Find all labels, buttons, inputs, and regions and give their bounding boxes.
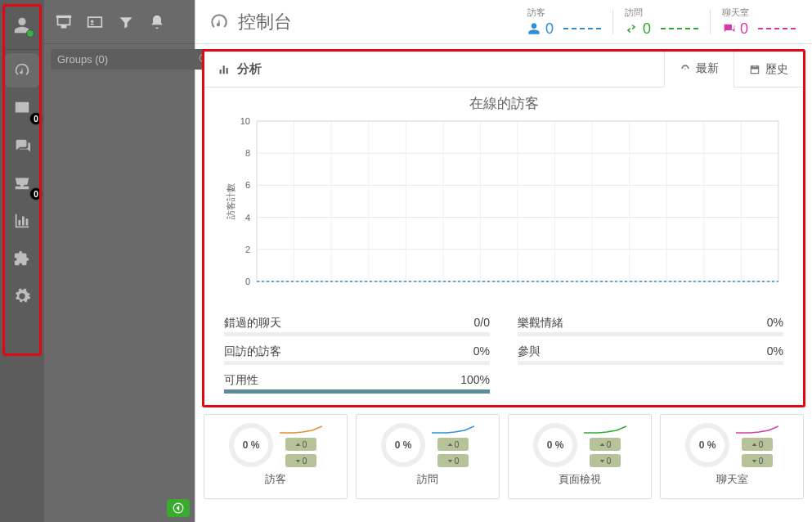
status-online-dot xyxy=(26,29,34,38)
metric-sentiment: 樂觀情緒0% xyxy=(518,316,783,336)
divider xyxy=(710,10,711,34)
metric-value: 0% xyxy=(767,344,783,359)
caret-down-icon xyxy=(751,458,757,464)
metric-label: 可用性 xyxy=(224,373,258,388)
nav-chats[interactable] xyxy=(5,128,39,163)
card-label: 訪客 xyxy=(265,472,286,487)
metric-visits: 訪問 0 xyxy=(621,7,702,38)
bar-chart-icon xyxy=(13,212,31,230)
trend-down-pill: 0 xyxy=(285,454,316,467)
nav-inbox[interactable]: 0 xyxy=(5,166,39,200)
groups-search-input[interactable] xyxy=(51,49,214,70)
metric-availability: 可用性100% xyxy=(224,373,490,394)
gauge: 0 % xyxy=(685,423,729,467)
left-nav-rail: 0 0 xyxy=(0,0,44,522)
nav-dashboard[interactable] xyxy=(5,53,39,88)
trend-up-pill: 0 xyxy=(285,438,316,451)
metric-label: 回訪的訪客 xyxy=(224,344,281,359)
gauge: 0 % xyxy=(381,423,425,467)
gear-icon xyxy=(13,287,31,305)
divider xyxy=(612,10,613,34)
svg-point-0 xyxy=(91,20,93,22)
analysis-title: 分析 xyxy=(204,52,664,87)
trend-up-pill: 0 xyxy=(437,438,469,451)
metric-engagement: 參與0% xyxy=(518,344,783,365)
top-metrics: 訪客 0 訪問 0 聊天室 xyxy=(524,7,799,38)
analysis-title-text: 分析 xyxy=(237,61,262,77)
summary-card[interactable]: 0 % 0 0 訪問 xyxy=(356,414,500,499)
metric-missed-chat: 錯過的聊天0/0 xyxy=(224,316,490,336)
metric-visits-label: 訪問 xyxy=(625,7,643,19)
svg-text:2: 2 xyxy=(245,245,250,254)
metric-visitors-value: 0 xyxy=(545,20,554,38)
metric-returning: 回訪的訪客0% xyxy=(224,344,490,365)
metric-visitors-label: 訪客 xyxy=(527,7,545,19)
nav-profile[interactable] xyxy=(5,8,39,43)
sparkline xyxy=(736,423,778,434)
metric-chats: 聊天室 0 xyxy=(719,7,799,38)
exchange-icon xyxy=(625,22,638,35)
tab-history-label: 歷史 xyxy=(765,62,788,77)
sparkline-placeholder xyxy=(563,28,601,29)
metric-label: 樂觀情緒 xyxy=(518,316,563,331)
id-card-icon[interactable] xyxy=(87,14,103,30)
gauge: 0 % xyxy=(533,423,577,467)
card-label: 頁面檢視 xyxy=(559,472,601,487)
tab-latest-label: 最新 xyxy=(696,61,719,76)
caret-up-icon xyxy=(447,442,453,448)
sparkline-placeholder xyxy=(758,28,796,29)
analysis-tabs: 最新 歷史 xyxy=(664,52,803,87)
metric-label: 錯過的聊天 xyxy=(224,316,281,331)
user-icon xyxy=(527,22,541,35)
main-area: 控制台 訪客 0 訪問 0 xyxy=(195,0,812,522)
gauge: 0 % xyxy=(229,423,273,467)
puzzle-icon xyxy=(13,250,31,268)
tab-history[interactable]: 歷史 xyxy=(733,52,803,87)
bell-icon[interactable] xyxy=(149,14,165,30)
summary-card[interactable]: 0 % 0 0 頁面檢視 xyxy=(508,414,652,499)
card-label: 訪問 xyxy=(417,472,438,487)
topbar: 控制台 訪客 0 訪問 0 xyxy=(195,0,812,44)
filter-icon[interactable] xyxy=(118,14,134,30)
metric-value: 0/0 xyxy=(474,316,490,331)
chart-image-icon xyxy=(13,99,31,117)
calendar-icon xyxy=(749,64,760,75)
sparkline xyxy=(280,423,322,434)
groups-search-row xyxy=(44,44,195,74)
content: 分析 最新 歷史 在線的訪客 0246810訪客計數 xyxy=(195,44,812,522)
caret-up-icon xyxy=(599,442,605,448)
svg-text:10: 10 xyxy=(240,116,250,126)
nav-plugins[interactable] xyxy=(5,241,39,276)
inbox-icon xyxy=(13,174,31,192)
page-title: 控制台 xyxy=(238,10,292,34)
sparkline-placeholder xyxy=(661,28,698,29)
monitor-icon[interactable] xyxy=(56,14,72,30)
trend-up-pill: 0 xyxy=(590,438,621,451)
tab-latest[interactable]: 最新 xyxy=(664,52,733,88)
chat-icon xyxy=(722,22,735,35)
caret-up-icon xyxy=(295,442,301,448)
summary-card[interactable]: 0 % 0 0 聊天室 xyxy=(660,414,804,499)
analysis-panel-header: 分析 最新 歷史 xyxy=(204,52,803,88)
chart-title: 在線的訪客 xyxy=(224,94,783,113)
svg-text:0: 0 xyxy=(245,277,250,286)
nav-reports[interactable] xyxy=(5,204,39,238)
analysis-metrics: 錯過的聊天0/0 樂觀情緒0% 回訪的訪客0% 參與0% 可用性100% xyxy=(204,311,803,405)
sparkline xyxy=(432,423,474,434)
metric-visitors: 訪客 0 xyxy=(524,7,604,38)
caret-down-icon xyxy=(447,458,453,464)
chat-bubbles-icon xyxy=(13,137,31,155)
nav-analytics-badge: 0 xyxy=(29,112,43,125)
nav-settings[interactable] xyxy=(5,279,39,313)
collapse-panel-button[interactable] xyxy=(167,499,190,517)
nav-analytics[interactable]: 0 xyxy=(5,91,39,125)
svg-text:訪客計數: 訪客計數 xyxy=(226,183,236,219)
nav-inbox-badge: 0 xyxy=(29,187,43,200)
metric-value: 0% xyxy=(473,344,490,359)
caret-down-icon xyxy=(599,458,605,464)
trend-down-pill: 0 xyxy=(742,454,773,467)
summary-card[interactable]: 0 % 0 0 訪客 xyxy=(204,414,348,499)
svg-text:8: 8 xyxy=(245,148,250,158)
card-label: 聊天室 xyxy=(716,472,748,487)
metric-label: 參與 xyxy=(518,344,541,359)
